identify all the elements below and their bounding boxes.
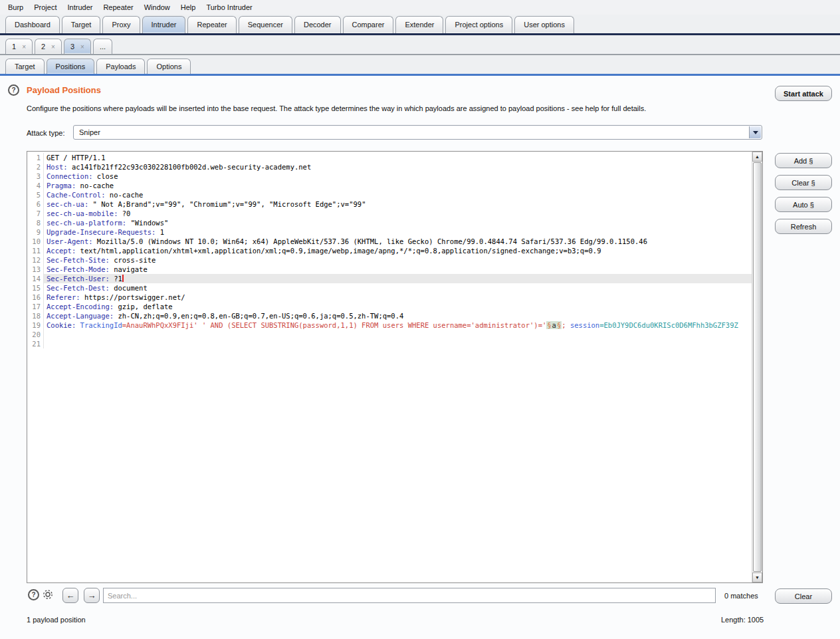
request-line[interactable]: 20 xyxy=(27,330,752,339)
line-number: 10 xyxy=(27,237,43,246)
request-editor-lines[interactable]: 1GET / HTTP/1.12Host: ac141fb21ff22c93c0… xyxy=(27,153,752,348)
menu-item[interactable]: Project xyxy=(29,2,62,13)
request-line[interactable]: 16Referer: https://portswigger.net/ xyxy=(27,293,752,302)
request-line[interactable]: 10User-Agent: Mozilla/5.0 (Windows NT 10… xyxy=(27,237,752,246)
code-segment: session xyxy=(570,321,599,329)
scroll-up-icon[interactable]: ▲ xyxy=(752,152,762,162)
next-match-button[interactable]: → xyxy=(84,588,100,603)
request-line[interactable]: 7sec-ch-ua-mobile: ?0 xyxy=(27,209,752,218)
code-segment: Upgrade-Insecure-Requests: xyxy=(47,228,160,236)
line-number: 21 xyxy=(27,339,43,348)
close-tab-icon[interactable]: × xyxy=(22,43,26,51)
close-tab-icon[interactable]: × xyxy=(51,43,55,51)
code-segment: https://portswigger.net/ xyxy=(84,293,185,301)
payload-position-count: 1 payload position xyxy=(27,616,86,624)
line-content: Cookie: TrackingId=AnauRWhPQxX9FIji' ' A… xyxy=(43,320,752,330)
scroll-down-icon[interactable]: ▼ xyxy=(752,573,762,582)
menu-item[interactable]: Window xyxy=(139,2,175,13)
main-tab-target[interactable]: Target xyxy=(62,16,101,33)
code-segment: sec-ch-ua: xyxy=(47,200,93,208)
code-segment: no-cache xyxy=(80,182,114,190)
main-tab-extender[interactable]: Extender xyxy=(395,16,443,33)
tab-positions[interactable]: Positions xyxy=(47,59,95,74)
line-number: 13 xyxy=(27,265,43,274)
request-line[interactable]: 8sec-ch-ua-platform: "Windows" xyxy=(27,218,752,227)
clear-markers-button[interactable]: Clear § xyxy=(775,175,832,190)
request-line[interactable]: 14Sec-Fetch-User: ?1 xyxy=(27,274,752,283)
request-line[interactable]: 15Sec-Fetch-Dest: document xyxy=(27,283,752,293)
request-line[interactable]: 9Upgrade-Insecure-Requests: 1 xyxy=(27,227,752,237)
main-tab-dashboard[interactable]: Dashboard xyxy=(5,16,60,33)
request-line[interactable]: 2Host: ac141fb21ff22c93c030228100fb002d.… xyxy=(27,162,752,172)
request-line[interactable]: 4Pragma: no-cache xyxy=(27,181,752,190)
scrollbar-thumb[interactable] xyxy=(753,162,762,572)
main-tab-intruder[interactable]: Intruder xyxy=(142,16,186,33)
gear-icon[interactable] xyxy=(42,588,54,600)
search-help-icon[interactable]: ? xyxy=(28,589,39,600)
tab-options[interactable]: Options xyxy=(147,59,191,74)
tab-payloads-label: Payloads xyxy=(106,63,136,70)
code-segment: zh-CN,zh;q=0.9,en;q=0.8,en-GB;q=0.7,en-U… xyxy=(118,312,403,320)
request-line[interactable]: 3Connection: close xyxy=(27,172,752,181)
request-line[interactable]: 1GET / HTTP/1.1 xyxy=(27,153,752,162)
request-line[interactable]: 19Cookie: TrackingId=AnauRWhPQxX9FIji' '… xyxy=(27,320,752,330)
line-content: Pragma: no-cache xyxy=(43,181,752,190)
menu-item[interactable]: Intruder xyxy=(62,2,98,13)
start-attack-button[interactable]: Start attack xyxy=(775,86,832,101)
attack-type-select[interactable]: Sniper xyxy=(73,125,762,140)
close-tab-icon[interactable]: × xyxy=(80,43,84,51)
menu-item[interactable]: Help xyxy=(175,2,201,13)
code-segment: Cache-Control: xyxy=(47,191,110,199)
main-tab-decoder[interactable]: Decoder xyxy=(294,16,341,33)
code-segment: ; xyxy=(562,321,570,329)
editor-scrollbar[interactable]: ▲ ▼ xyxy=(752,152,762,582)
menu-item[interactable]: Turbo Intruder xyxy=(201,2,257,13)
tab-payloads[interactable]: Payloads xyxy=(96,59,145,74)
main-tab-label: Target xyxy=(71,21,92,29)
main-tab-comparer[interactable]: Comparer xyxy=(343,16,394,33)
main-tab-user-options[interactable]: User options xyxy=(514,16,574,33)
refresh-button[interactable]: Refresh xyxy=(775,219,832,234)
request-line[interactable]: 21 xyxy=(27,339,752,348)
code-segment: text/html,application/xhtml+xml,applicat… xyxy=(80,247,601,255)
match-count: 0 matches xyxy=(724,592,758,600)
burp-suite-window: BurpProjectIntruderRepeaterWindowHelpTur… xyxy=(0,0,840,639)
line-content: Sec-Fetch-User: ?1 xyxy=(43,274,752,283)
session-tab-3[interactable]: 3× xyxy=(64,39,91,54)
main-tab-proxy[interactable]: Proxy xyxy=(102,16,140,33)
code-segment: close xyxy=(97,172,118,180)
main-tab-sequencer[interactable]: Sequencer xyxy=(239,16,292,33)
tab-target-label: Target xyxy=(15,63,35,70)
clear-search-button[interactable]: Clear xyxy=(775,588,832,604)
session-tab-label: 3 xyxy=(70,43,74,51)
request-line[interactable]: 11Accept: text/html,application/xhtml+xm… xyxy=(27,246,752,255)
session-tab-2[interactable]: 2× xyxy=(35,39,62,54)
auto-markers-button[interactable]: Auto § xyxy=(775,197,832,212)
request-line[interactable]: 6sec-ch-ua: " Not A;Brand";v="99", "Chro… xyxy=(27,199,752,209)
main-tab-repeater[interactable]: Repeater xyxy=(187,16,236,33)
menu-item[interactable]: Burp xyxy=(3,2,29,13)
request-line[interactable]: 12Sec-Fetch-Site: cross-site xyxy=(27,255,752,265)
session-tab-more[interactable]: ... xyxy=(93,39,112,54)
request-editor[interactable]: 1GET / HTTP/1.12Host: ac141fb21ff22c93c0… xyxy=(27,151,763,583)
tab-target[interactable]: Target xyxy=(5,59,45,74)
session-tab-label: 2 xyxy=(41,43,45,51)
session-tab-1[interactable]: 1× xyxy=(5,39,33,54)
code-segment: =Eb0JY9DC6du0KRISc0D6MFhh3bGZF39Z xyxy=(599,321,738,329)
line-number: 7 xyxy=(27,209,43,218)
line-number: 15 xyxy=(27,283,43,293)
request-line[interactable]: 5Cache-Control: no-cache xyxy=(27,190,752,199)
line-content: Connection: close xyxy=(43,172,752,181)
menu-item[interactable]: Repeater xyxy=(98,2,138,13)
search-input[interactable] xyxy=(103,588,716,603)
add-marker-button[interactable]: Add § xyxy=(775,153,832,168)
request-line[interactable]: 13Sec-Fetch-Mode: navigate xyxy=(27,265,752,274)
request-line[interactable]: 18Accept-Language: zh-CN,zh;q=0.9,en;q=0… xyxy=(27,311,752,320)
help-icon[interactable]: ? xyxy=(8,84,19,96)
main-tab-project-options[interactable]: Project options xyxy=(445,16,512,33)
request-line[interactable]: 17Accept-Encoding: gzip, deflate xyxy=(27,302,752,311)
chevron-down-icon[interactable] xyxy=(749,126,761,138)
previous-match-button[interactable]: ← xyxy=(62,588,78,603)
payload-marker: § xyxy=(546,321,552,329)
line-content: Upgrade-Insecure-Requests: 1 xyxy=(43,227,752,237)
